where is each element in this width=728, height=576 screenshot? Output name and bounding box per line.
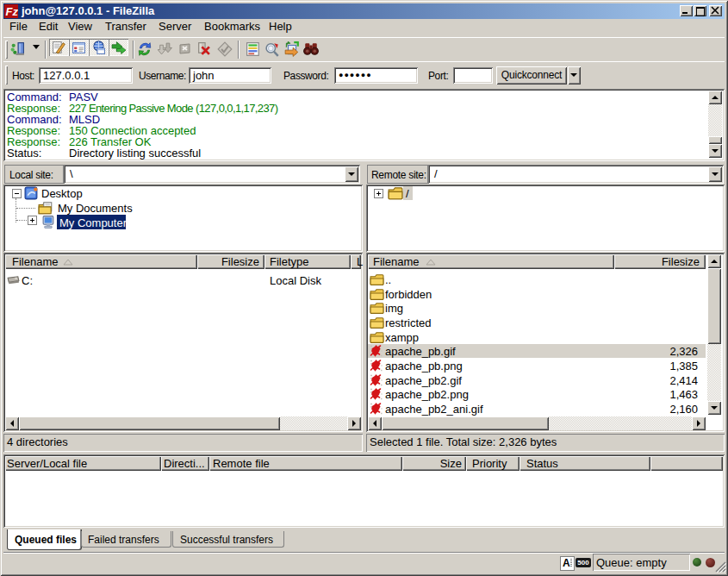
svg-text:Fz: Fz (6, 5, 19, 18)
